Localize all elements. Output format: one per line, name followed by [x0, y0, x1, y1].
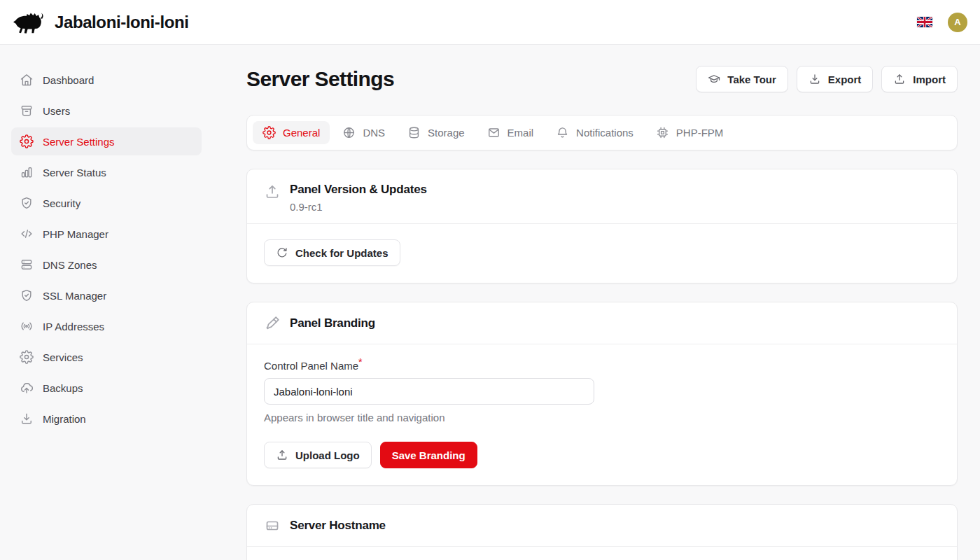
panel-version-card: Panel Version & Updates 0.9-rc1 Check fo…: [246, 169, 958, 284]
radio-icon: [20, 319, 34, 333]
sidebar-item-ip-addresses[interactable]: IP Addresses: [11, 312, 202, 340]
control-panel-name-label: Control Panel Name*: [264, 360, 363, 372]
card-title: Panel Version & Updates: [290, 183, 427, 197]
take-tour-button[interactable]: Take Tour: [696, 66, 788, 92]
sidebar-item-dashboard[interactable]: Dashboard: [11, 66, 202, 94]
tab-notifications[interactable]: Notifications: [546, 121, 643, 144]
cpu-icon: [656, 126, 669, 139]
sidebar-item-label: IP Addresses: [43, 321, 104, 332]
sidebar-item-dns-zones[interactable]: DNS Zones: [11, 251, 202, 279]
sidebar-item-php-manager[interactable]: PHP Manager: [11, 220, 202, 248]
sidebar-item-label: Server Settings: [43, 136, 115, 148]
sidebar-item-label: Backups: [43, 382, 83, 394]
home-icon: [20, 73, 34, 87]
sidebar-item-label: SSL Manager: [43, 290, 106, 302]
tab-label: Email: [507, 127, 534, 139]
download-icon: [808, 73, 821, 85]
upload-icon: [893, 73, 906, 85]
sidebar-item-label: Users: [43, 105, 70, 117]
tab-email[interactable]: Email: [477, 121, 544, 144]
code-icon: [20, 227, 34, 241]
shield-check-icon: [20, 288, 34, 302]
server-hostname-card: Server Hostname Hostname*: [246, 504, 958, 560]
mail-icon: [487, 126, 500, 139]
tab-label: General: [283, 127, 320, 139]
export-button[interactable]: Export: [797, 66, 874, 92]
hard-drive-icon: [264, 517, 281, 534]
sidebar-item-migration[interactable]: Migration: [11, 405, 202, 433]
gear-icon: [20, 350, 34, 364]
control-panel-name-input[interactable]: [264, 378, 594, 405]
sidebar-item-services[interactable]: Services: [11, 343, 202, 371]
tab-label: Storage: [428, 127, 465, 139]
tab-general[interactable]: General: [253, 121, 330, 144]
bell-icon: [556, 126, 569, 139]
save-branding-label: Save Branding: [392, 449, 465, 461]
globe-icon: [342, 126, 356, 139]
page-actions: Take TourExportImport: [696, 66, 958, 92]
sidebar-item-label: Server Status: [43, 167, 106, 178]
sidebar-item-ssl-manager[interactable]: SSL Manager: [11, 281, 202, 309]
button-label: Export: [828, 74, 862, 85]
sidebar: DashboardUsersServer SettingsServer Stat…: [0, 45, 213, 560]
check-for-updates-label: Check for Updates: [295, 247, 388, 259]
settings-tabs: GeneralDNSStorageEmailNotificationsPHP-F…: [246, 115, 958, 150]
tab-php-fpm[interactable]: PHP-FPM: [646, 121, 734, 144]
control-panel-name-helper: Appears in browser title and navigation: [264, 412, 940, 424]
gear-icon: [262, 126, 276, 139]
download-icon: [20, 412, 34, 426]
sidebar-item-backups[interactable]: Backups: [11, 374, 202, 402]
gear-icon: [20, 134, 34, 148]
sidebar-item-label: Dashboard: [43, 74, 94, 86]
button-label: Import: [913, 74, 946, 85]
tab-label: PHP-FPM: [676, 127, 724, 139]
upload-logo-label: Upload Logo: [295, 449, 360, 461]
panel-branding-card: Panel Branding Control Panel Name* Appea…: [246, 302, 958, 486]
sidebar-item-label: DNS Zones: [43, 259, 97, 271]
upload-icon: [264, 183, 281, 200]
card-title: Panel Branding: [290, 316, 375, 330]
import-button[interactable]: Import: [881, 66, 958, 92]
sidebar-item-label: PHP Manager: [43, 228, 108, 240]
refresh-icon: [276, 246, 288, 259]
upload-logo-button[interactable]: Upload Logo: [264, 442, 372, 468]
tab-storage[interactable]: Storage: [398, 121, 475, 144]
button-label: Take Tour: [727, 74, 776, 85]
database-icon: [407, 126, 421, 139]
sidebar-item-server-settings[interactable]: Server Settings: [11, 127, 202, 155]
required-asterisk: *: [358, 356, 362, 368]
panel-version-value: 0.9-rc1: [290, 201, 427, 213]
tab-dns[interactable]: DNS: [332, 121, 395, 144]
main-content: Server Settings Take TourExportImport Ge…: [213, 45, 980, 560]
graduation-cap-icon: [708, 73, 720, 85]
card-title: Server Hostname: [290, 519, 386, 533]
upload-icon: [276, 449, 288, 461]
sidebar-item-label: Security: [43, 197, 80, 209]
page-title: Server Settings: [246, 67, 394, 91]
uk-flag-icon[interactable]: [917, 17, 932, 27]
sidebar-item-users[interactable]: Users: [11, 97, 202, 125]
cloud-upload-icon: [20, 381, 34, 395]
tab-label: Notifications: [576, 127, 634, 139]
tab-label: DNS: [363, 127, 385, 139]
bar-chart-icon: [20, 165, 34, 179]
sidebar-item-server-status[interactable]: Server Status: [11, 158, 202, 186]
paintbrush-icon: [264, 315, 281, 332]
shield-check-icon: [20, 196, 34, 210]
check-for-updates-button[interactable]: Check for Updates: [264, 239, 400, 266]
avatar[interactable]: A: [948, 13, 967, 32]
sidebar-item-label: Migration: [43, 413, 86, 425]
save-branding-button[interactable]: Save Branding: [380, 442, 477, 468]
sidebar-item-security[interactable]: Security: [11, 189, 202, 217]
boar-logo-icon: [13, 8, 46, 36]
app-header: Jabaloni-loni-loni A: [0, 0, 980, 45]
sidebar-item-label: Services: [43, 351, 83, 363]
app-title: Jabaloni-loni-loni: [55, 13, 188, 32]
archive-icon: [20, 104, 34, 118]
server-stack-icon: [20, 258, 34, 272]
